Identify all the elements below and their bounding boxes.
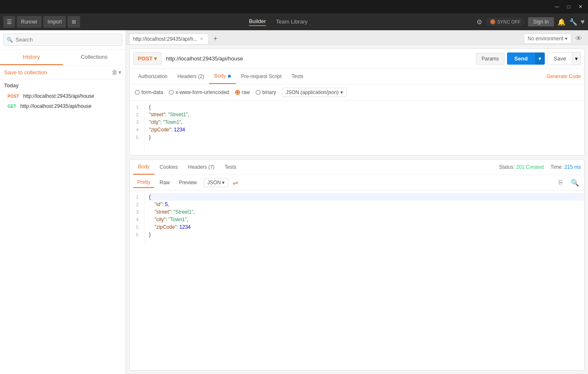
history-item-post[interactable]: POST http://localhost:29435/api/house	[4, 91, 121, 101]
topnav: ☰ Runner Import ⊞ Builder Team Library ⚙…	[0, 13, 588, 30]
topnav-right: ⚙ SYNC OFF Sign In 🔔 🔧 ♥	[476, 17, 585, 26]
history-url-post: http://localhost:29435/api/house	[23, 93, 94, 99]
sidebar-tab-history[interactable]: History	[0, 50, 63, 65]
sidebar-icon: ☰	[7, 18, 12, 25]
minimize-button[interactable]: ─	[553, 4, 561, 10]
url-tab-label: http://localhost:29435/api/h...	[133, 36, 197, 42]
method-badge-post: POST	[6, 94, 21, 99]
import-button[interactable]: Import	[43, 16, 66, 28]
method-selector[interactable]: POST ▾	[133, 52, 162, 65]
word-wrap-button[interactable]: ⇌	[229, 177, 241, 188]
url-input[interactable]	[164, 53, 473, 64]
radio-form-data[interactable]	[135, 90, 140, 95]
sidebar-tab-collections[interactable]: Collections	[63, 50, 126, 65]
response-meta: Status: 201 Created Time: 215 ms	[499, 164, 581, 170]
maximize-button[interactable]: □	[564, 4, 573, 10]
heart-icon[interactable]: ♥	[581, 18, 585, 26]
search-input[interactable]	[3, 34, 122, 46]
signin-button[interactable]: Sign In	[528, 17, 554, 26]
resp-code-lines: 1 2 3 4 5 6 { "id": 5, "street": "Street…	[130, 191, 584, 245]
layout-button[interactable]: ⊞	[68, 16, 80, 28]
search-wrap: 🔍	[3, 34, 122, 46]
env-label: No environment	[528, 36, 563, 42]
search-icon: 🔍	[7, 37, 13, 43]
method-badge-get: GET	[6, 104, 18, 109]
time-value: 215 ms	[564, 164, 581, 170]
runner-button[interactable]: Runner	[17, 16, 42, 28]
resp-tab-tests[interactable]: Tests	[220, 160, 241, 174]
option-form-data[interactable]: form-data	[135, 89, 163, 95]
method-dropdown-icon: ▾	[154, 55, 157, 62]
tools-icon[interactable]: 🔧	[569, 18, 578, 26]
runner-label: Runner	[21, 19, 37, 25]
trash-dropdown-icon: ▾	[118, 69, 121, 76]
tab-headers[interactable]: Headers (2)	[172, 69, 209, 84]
save-button[interactable]: Save	[547, 52, 572, 65]
settings-icon[interactable]: ⚙	[476, 18, 482, 26]
generate-code-link[interactable]: Generate Code	[546, 73, 581, 79]
close-button[interactable]: ✕	[576, 4, 585, 10]
sidebar-history-section: Today POST http://localhost:29435/api/ho…	[0, 79, 125, 115]
environment-selector[interactable]: No environment ▾	[524, 34, 571, 44]
titlebar: ─ □ ✕	[0, 0, 588, 13]
body-options: form-data x-www-form-urlencoded raw bina…	[130, 84, 584, 101]
resp-json-format-selector[interactable]: JSON ▾	[204, 178, 228, 187]
tab-team-library[interactable]: Team Library	[276, 18, 308, 26]
body-dot	[228, 75, 231, 78]
send-button[interactable]: Send	[507, 52, 536, 65]
resp-body-tab-pretty[interactable]: Pretty	[133, 177, 154, 188]
history-item-get[interactable]: GET http://localhost:29435/api/house	[4, 101, 121, 111]
line-numbers: 1 2 3 4 5	[130, 103, 145, 153]
tab-authorization[interactable]: Authorization	[133, 69, 172, 84]
close-tab-icon[interactable]: ✕	[200, 37, 203, 41]
add-tab-button[interactable]: +	[210, 34, 220, 44]
resp-tab-cookies[interactable]: Cookies	[154, 160, 183, 174]
params-button[interactable]: Params	[476, 53, 504, 65]
sidebar-toggle-button[interactable]: ☰	[3, 16, 15, 28]
tab-builder[interactable]: Builder	[249, 18, 266, 26]
radio-binary[interactable]	[256, 90, 261, 95]
code-content: { "street": "Street1", "city": "Town1", …	[145, 103, 584, 153]
tab-body[interactable]: Body	[209, 69, 236, 84]
resp-line-numbers: 1 2 3 4 5 6	[130, 193, 145, 243]
resp-body-tab-raw[interactable]: Raw	[155, 178, 174, 188]
json-dropdown-icon: ▾	[340, 89, 343, 95]
main-layout: 🔍 History Collections Save to collection…	[0, 30, 588, 374]
resp-tab-body[interactable]: Body	[133, 160, 154, 175]
request-tabs: Authorization Headers (2) Body Pre-reque…	[130, 69, 584, 84]
save-to-collection-link[interactable]: Save to collection	[4, 69, 47, 76]
option-raw[interactable]: raw	[235, 89, 250, 95]
request-builder: POST ▾ Params Send ▾ Save ▾	[129, 48, 585, 156]
layout-icon: ⊞	[72, 19, 76, 25]
tab-prerequest[interactable]: Pre-request Script	[236, 69, 287, 84]
tab-tests[interactable]: Tests	[287, 69, 308, 84]
eye-button[interactable]: 👁	[573, 33, 585, 44]
sidebar: 🔍 History Collections Save to collection…	[0, 30, 126, 374]
import-label: Import	[47, 19, 62, 25]
resp-tab-headers[interactable]: Headers (7)	[183, 160, 220, 174]
sync-button[interactable]: SYNC OFF	[486, 18, 525, 26]
radio-raw[interactable]	[235, 90, 240, 95]
env-dropdown-icon: ▾	[565, 36, 567, 42]
resp-json-dropdown-icon: ▾	[222, 180, 225, 186]
radio-urlencoded[interactable]	[169, 90, 174, 95]
save-dropdown-button[interactable]: ▾	[572, 52, 581, 65]
url-tab-active[interactable]: http://localhost:29435/api/h... ✕	[129, 34, 209, 44]
send-button-group: Send ▾	[507, 52, 545, 65]
save-button-group: Save ▾	[547, 52, 581, 65]
trash-button[interactable]: 🗑 ▾	[112, 69, 121, 76]
option-binary[interactable]: binary	[256, 89, 276, 95]
json-format-selector[interactable]: JSON (application/json) ▾	[282, 88, 347, 97]
today-label: Today	[4, 83, 121, 89]
notifications-icon[interactable]: 🔔	[557, 18, 566, 26]
option-urlencoded[interactable]: x-www-form-urlencoded	[169, 89, 229, 95]
copy-response-button[interactable]: ⎘	[555, 177, 567, 188]
response-editor: 1 2 3 4 5 6 { "id": 5, "street": "Street…	[130, 191, 584, 245]
request-url-row: POST ▾ Params Send ▾ Save ▾	[130, 49, 584, 69]
send-dropdown-button[interactable]: ▾	[535, 52, 545, 65]
resp-code-content: { "id": 5, "street": "Street1", "city": …	[145, 193, 584, 243]
resp-body-tab-preview[interactable]: Preview	[175, 178, 201, 188]
search-response-button[interactable]: 🔍	[569, 177, 581, 188]
time-label: Time: 215 ms	[551, 164, 581, 170]
request-body-editor[interactable]: 1 2 3 4 5 { "street": "Street1", "city":…	[130, 101, 584, 155]
